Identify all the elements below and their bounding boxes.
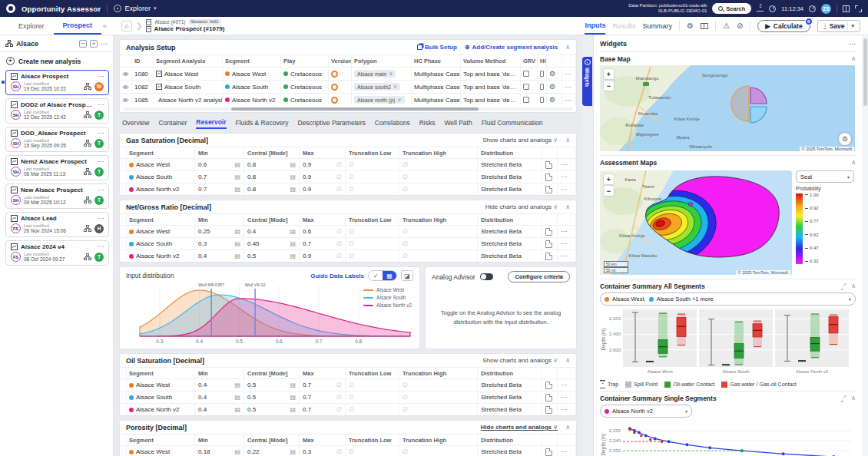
truncation-low-cell[interactable]: ∅: [346, 379, 399, 391]
max-cell[interactable]: 0.7∅: [300, 392, 346, 403]
max-cell[interactable]: 0.9∅: [300, 250, 346, 262]
base-map[interactable]: SongosongoMtandangoTulawanduMutambaKilwa…: [600, 65, 856, 153]
collapse-widget-icon[interactable]: ∧: [851, 159, 856, 166]
truncation-low-cell[interactable]: ∅: [346, 183, 399, 195]
max-cell[interactable]: 0.3∅: [300, 446, 346, 456]
max-cell[interactable]: 0.7∅: [300, 238, 346, 249]
truncation-high-cell[interactable]: ∅: [399, 379, 478, 391]
tab-inputs[interactable]: Inputs: [585, 17, 605, 35]
legend-item[interactable]: Alsace North v2: [363, 302, 412, 308]
history-icon[interactable]: [809, 5, 816, 12]
section-tab[interactable]: Overview: [122, 117, 149, 129]
polygon-chip[interactable]: Alsace main∨: [354, 70, 396, 78]
central-cell[interactable]: 0.8: [244, 159, 300, 170]
widgets-more-icon[interactable]: ⋯: [849, 40, 856, 48]
grv-checkbox[interactable]: [523, 71, 529, 77]
max-cell[interactable]: 0.6∅: [300, 226, 346, 237]
workflow-icon[interactable]: [84, 168, 91, 175]
analog-advisor-toggle[interactable]: [480, 273, 493, 280]
expand-icon[interactable]: [840, 283, 846, 289]
zoom-out-button[interactable]: −: [604, 186, 614, 196]
eye-icon[interactable]: [122, 84, 129, 90]
analysis-card[interactable]: New Alsace Prospect ⋯ SH Last modified 0…: [5, 183, 109, 209]
section-tab[interactable]: Fluid Communication: [482, 117, 543, 129]
hc-checkbox[interactable]: [540, 71, 544, 77]
tab-results[interactable]: Results: [612, 17, 635, 35]
add-create-segment-analysis-button[interactable]: ⊕Add/Create segment analysis: [465, 44, 558, 51]
fullscreen-icon[interactable]: [855, 5, 862, 12]
collapse-panel-icon[interactable]: ∧: [565, 137, 570, 144]
truncation-high-cell[interactable]: ∅: [399, 226, 478, 237]
more-icon[interactable]: ⋯: [561, 448, 568, 455]
workflow-icon[interactable]: [84, 253, 91, 260]
distribution-preview-icon[interactable]: [545, 394, 552, 401]
analysis-card[interactable]: DOD2 of Alsace Prospect ⋯ SH Last modifi…: [5, 98, 109, 124]
chart-toggle-button[interactable]: ▦: [383, 271, 396, 280]
assessment-map[interactable]: KariaTweniKibuturaKilwa KivinjeKilwa Mas…: [600, 170, 792, 276]
user-avatar[interactable]: ZS: [821, 4, 831, 14]
truncation-low-cell[interactable]: ∅: [346, 392, 399, 403]
section-tab[interactable]: Descriptive Parameters: [297, 117, 365, 129]
truncation-low-cell[interactable]: ∅: [346, 159, 399, 170]
min-cell[interactable]: 0.4: [195, 404, 244, 415]
card-more-icon[interactable]: ⋯: [98, 187, 104, 193]
zoom-out-button[interactable]: −: [604, 81, 614, 91]
collapse-sidebar-icon[interactable]: «: [103, 22, 107, 30]
central-cell[interactable]: 0.22: [244, 446, 300, 456]
central-cell[interactable]: 0.4: [244, 226, 300, 237]
central-cell[interactable]: 0.45: [244, 238, 300, 249]
polygon-chip[interactable]: Alsace south2∨: [354, 83, 400, 91]
min-cell[interactable]: 0.4: [195, 379, 244, 391]
check-toggle-button[interactable]: ✓: [369, 271, 383, 280]
breadcrumb-parent[interactable]: Alsace (#971): [154, 19, 185, 25]
parameter-row[interactable]: Alsace West 0.6 0.8 0.9∅ ∅ ∅ Stretched B…: [120, 158, 576, 170]
distribution-preview-icon[interactable]: [545, 186, 552, 193]
workflow-icon[interactable]: [84, 225, 91, 232]
distribution-preview-icon[interactable]: [545, 382, 552, 389]
swap-axes-button[interactable]: ◪: [401, 270, 413, 281]
hc-checkbox[interactable]: [540, 84, 544, 90]
truncation-low-cell[interactable]: ∅: [346, 238, 399, 249]
workflow-icon[interactable]: [84, 197, 91, 203]
truncation-high-cell[interactable]: ∅: [399, 238, 478, 249]
more-icon[interactable]: ⋯: [561, 406, 568, 413]
section-tab[interactable]: Container: [158, 117, 187, 129]
workflow-icon[interactable]: [84, 83, 91, 90]
validation-icon[interactable]: ⊘: [737, 21, 743, 30]
eye-icon[interactable]: [122, 71, 129, 77]
min-cell[interactable]: 0.7: [195, 171, 244, 183]
zoom-in-button[interactable]: +: [604, 174, 614, 184]
bulk-setup-button[interactable]: Bulk Setup: [417, 44, 457, 51]
analysis-card[interactable]: Alsace 2024 v4 ⋯ FS Last modified 08 Oct…: [5, 240, 109, 266]
chevron-down-icon[interactable]: ▾: [851, 23, 854, 29]
card-more-icon[interactable]: ⋯: [98, 130, 104, 137]
warning-icon[interactable]: ⚠: [723, 21, 730, 30]
central-cell[interactable]: 0.8: [244, 171, 300, 183]
collapse-widget-icon[interactable]: ∧: [851, 395, 856, 401]
layout-panels-icon[interactable]: [701, 23, 708, 29]
right-scrollbar[interactable]: [862, 35, 868, 456]
truncation-high-cell[interactable]: ∅: [399, 183, 478, 195]
parameter-row[interactable]: Alsace South 0.4 0.5 0.7∅ ∅ ∅ Stretched …: [120, 391, 576, 403]
card-more-icon[interactable]: ⋯: [98, 101, 104, 108]
truncation-high-cell[interactable]: ∅: [399, 250, 478, 262]
parameter-row[interactable]: Alsace North v2 0.7 0.8 0.9∅ ∅ ∅ Stretch…: [120, 183, 576, 195]
max-cell[interactable]: 0.7∅: [300, 379, 346, 391]
gear-icon[interactable]: ⚙: [549, 96, 555, 104]
parameter-row[interactable]: Alsace North v2 0.4 0.5 0.7∅ ∅ ∅ Stretch…: [120, 403, 576, 415]
horizontal-scrollbar[interactable]: [123, 107, 573, 111]
hc-checkbox[interactable]: [540, 97, 544, 103]
distribution-preview-icon[interactable]: [545, 240, 552, 248]
charts-analogs-toggle[interactable]: Show charts and analogs ∨: [482, 357, 558, 364]
analysis-setup-row[interactable]: 1080 Alsace West Alsace West Cretaceous …: [120, 67, 576, 80]
more-icon[interactable]: ⋯: [561, 240, 568, 247]
gear-icon[interactable]: ⚙: [549, 70, 555, 78]
central-cell[interactable]: 0.5: [244, 392, 300, 403]
collapse-widget-icon[interactable]: ∧: [851, 283, 856, 289]
explorer-menu[interactable]: Explorer ▾: [114, 5, 156, 12]
parameter-row[interactable]: Alsace West 0.25 0.4 0.6∅ ∅ ∅ Stretched …: [120, 225, 576, 237]
min-cell[interactable]: 0.25: [195, 226, 244, 237]
search-button[interactable]: Search: [712, 3, 751, 14]
truncation-low-cell[interactable]: ∅: [346, 446, 399, 456]
home-icon[interactable]: ⌂: [121, 21, 132, 31]
